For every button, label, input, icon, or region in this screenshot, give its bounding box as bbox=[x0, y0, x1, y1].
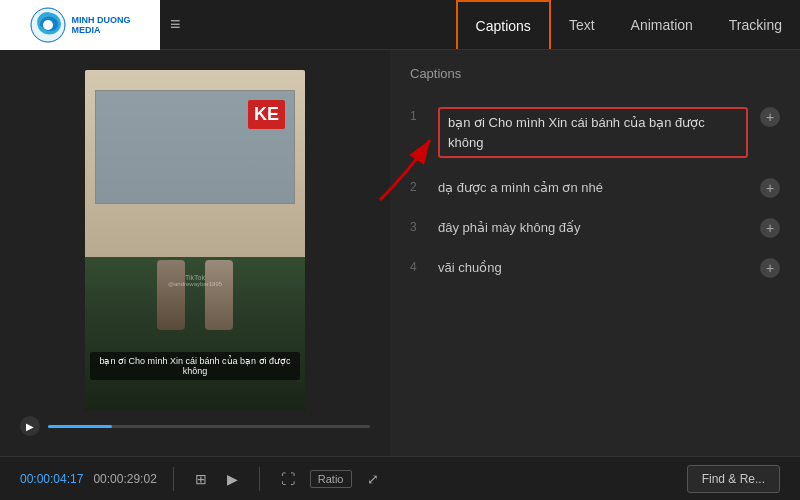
caption-text-4: vãi chuồng bbox=[438, 258, 748, 278]
grid-icon[interactable]: ⊞ bbox=[190, 469, 212, 489]
logo-icon bbox=[30, 7, 66, 43]
captions-header: Captions bbox=[390, 50, 800, 89]
caption-number-2: 2 bbox=[410, 178, 426, 194]
bottom-controls: 00:00:04:17 00:00:29:02 ⊞ ▶ ⛶ Ratio ⤢ bbox=[20, 467, 384, 491]
separator-1 bbox=[173, 467, 174, 491]
progress-bar[interactable] bbox=[48, 425, 370, 428]
tab-text[interactable]: Text bbox=[551, 0, 613, 49]
top-bar: MINH DUONG MEDIA ≡ Captions Text Animati… bbox=[0, 0, 800, 50]
caption-number-3: 3 bbox=[410, 218, 426, 234]
person-1 bbox=[157, 260, 185, 330]
find-replace-button[interactable]: Find & Re... bbox=[687, 465, 780, 493]
caption-text-3: đây phải mày không đấy bbox=[438, 218, 748, 238]
video-container[interactable]: KE TikTok @andrewaybar1995 bạn ơi Cho mì… bbox=[85, 70, 305, 410]
caption-number-4: 4 bbox=[410, 258, 426, 274]
caption-item-4[interactable]: 4 vãi chuồng + bbox=[390, 248, 800, 288]
right-panel: Captions 1 bạn ơi Cho mình Xin cái bánh … bbox=[390, 50, 800, 456]
bottom-bar: 00:00:04:17 00:00:29:02 ⊞ ▶ ⛶ Ratio ⤢ Fi… bbox=[0, 456, 800, 500]
caption-number-1: 1 bbox=[410, 107, 426, 123]
video-building: KE bbox=[85, 70, 305, 257]
main-content: KE TikTok @andrewaybar1995 bạn ơi Cho mì… bbox=[0, 50, 800, 456]
tabs-area: Captions Text Animation Tracking bbox=[456, 0, 800, 49]
play-button[interactable]: ▶ bbox=[20, 416, 40, 436]
video-people bbox=[157, 260, 233, 330]
timecode-current: 00:00:04:17 bbox=[20, 472, 83, 486]
caption-add-btn-3[interactable]: + bbox=[760, 218, 780, 238]
caption-item-3[interactable]: 3 đây phải mày không đấy + bbox=[390, 208, 800, 248]
timecode-total: 00:00:29:02 bbox=[93, 472, 156, 486]
tab-animation[interactable]: Animation bbox=[613, 0, 711, 49]
menu-icon[interactable]: ≡ bbox=[160, 14, 181, 35]
ratio-button[interactable]: Ratio bbox=[310, 470, 352, 488]
separator-2 bbox=[259, 467, 260, 491]
person-2 bbox=[205, 260, 233, 330]
logo-area: MINH DUONG MEDIA bbox=[0, 0, 160, 50]
caption-text-1[interactable]: bạn ơi Cho mình Xin cái bánh của bạn đượ… bbox=[438, 107, 748, 158]
caption-text-2: dạ được a mình cảm ơn nhé bbox=[438, 178, 748, 198]
caption-add-btn-1[interactable]: + bbox=[760, 107, 780, 127]
logo-text: MINH DUONG MEDIA bbox=[72, 15, 131, 35]
tiktok-watermark: TikTok @andrewaybar1995 bbox=[168, 274, 222, 287]
progress-fill bbox=[48, 425, 112, 428]
tab-captions[interactable]: Captions bbox=[456, 0, 551, 49]
playback-controls: ▶ bbox=[0, 416, 390, 436]
caption-add-btn-2[interactable]: + bbox=[760, 178, 780, 198]
tab-tracking[interactable]: Tracking bbox=[711, 0, 800, 49]
expand-icon[interactable]: ⛶ bbox=[276, 469, 300, 489]
video-background: KE TikTok @andrewaybar1995 bạn ơi Cho mì… bbox=[85, 70, 305, 410]
fullscreen-icon[interactable]: ⤢ bbox=[362, 469, 384, 489]
play-bottom-button[interactable]: ▶ bbox=[222, 469, 243, 489]
caption-add-btn-4[interactable]: + bbox=[760, 258, 780, 278]
ke-sign: KE bbox=[248, 100, 285, 129]
caption-item-1[interactable]: 1 bạn ơi Cho mình Xin cái bánh của bạn đ… bbox=[390, 97, 800, 168]
caption-item-2[interactable]: 2 dạ được a mình cảm ơn nhé + bbox=[390, 168, 800, 208]
left-panel: KE TikTok @andrewaybar1995 bạn ơi Cho mì… bbox=[0, 50, 390, 456]
video-caption-overlay: bạn ơi Cho mình Xin cái bánh của bạn ơi … bbox=[90, 352, 300, 380]
caption-list: 1 bạn ơi Cho mình Xin cái bánh của bạn đ… bbox=[390, 89, 800, 456]
svg-point-1 bbox=[43, 20, 53, 30]
